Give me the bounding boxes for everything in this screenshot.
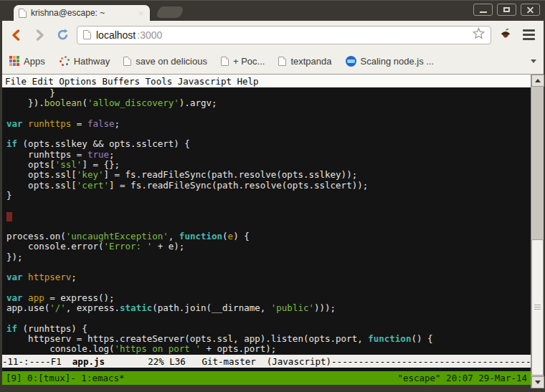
maximize-icon bbox=[503, 7, 510, 12]
code-line: } bbox=[6, 88, 531, 98]
menu-item-javascript[interactable]: Javascript bbox=[178, 76, 232, 87]
bookmark-item[interactable]: Apps bbox=[9, 56, 45, 67]
menu-item-edit[interactable]: Edit bbox=[32, 76, 54, 87]
code-line bbox=[6, 201, 531, 211]
browser-window: krishna@escape: ~ localhost:3000 bbox=[0, 0, 545, 392]
minimize-icon bbox=[480, 11, 487, 13]
code-line: }); bbox=[6, 252, 531, 262]
bookmark-item[interactable]: + Poc... bbox=[221, 56, 265, 67]
tab-title: krishna@escape: ~ bbox=[31, 8, 133, 18]
code-line bbox=[6, 283, 531, 293]
menu-item-help[interactable]: Help bbox=[237, 76, 259, 87]
browser-tab[interactable]: krishna@escape: ~ bbox=[13, 4, 151, 21]
bookmark-label: Hathway bbox=[74, 56, 110, 67]
page-favicon-icon bbox=[123, 57, 131, 66]
url-port: :3000 bbox=[137, 29, 162, 41]
new-tab-button[interactable] bbox=[156, 6, 184, 18]
code-line: httpserv = https.createServer(opts.ssl, … bbox=[6, 334, 531, 344]
browser-chrome: localhost:3000 AppsHathwaysave on delici… bbox=[2, 21, 544, 75]
bookmark-label: save on delicious bbox=[136, 56, 207, 67]
code-line: var app = express(); bbox=[6, 293, 531, 303]
code-line: runhttps = true; bbox=[6, 150, 531, 160]
page-favicon-icon bbox=[221, 57, 229, 66]
code-line bbox=[6, 129, 531, 139]
code-line: if (opts.sslkey && opts.sslcert) { bbox=[6, 139, 531, 149]
back-button[interactable] bbox=[8, 27, 25, 44]
code-line: console.log('https on port ' + opts.port… bbox=[6, 344, 531, 354]
acorn-icon bbox=[499, 27, 512, 42]
bookmark-label: + Poc... bbox=[233, 56, 265, 67]
bookmark-item[interactable]: Scaling node.js ... bbox=[346, 56, 435, 67]
modeline-flags: -11-:----F1 bbox=[2, 356, 72, 367]
bookmarks-overflow-chevron-icon[interactable] bbox=[531, 59, 536, 63]
code-line: var runhttps = false; bbox=[6, 119, 531, 129]
arrow-down-icon bbox=[535, 381, 541, 384]
forward-button[interactable] bbox=[31, 27, 48, 44]
arrow-up-icon bbox=[535, 79, 541, 82]
minimize-button[interactable] bbox=[473, 4, 493, 16]
code-line: if (runhttps) { bbox=[6, 324, 531, 334]
window-titlebar[interactable]: krishna@escape: ~ bbox=[0, 1, 545, 21]
tmux-session-clock: "escape" 20:07 29-Mar-14 bbox=[397, 373, 527, 383]
tab-favicon-icon bbox=[19, 9, 27, 18]
nodeface-favicon-icon bbox=[346, 56, 356, 67]
bookmark-item[interactable]: save on delicious bbox=[123, 56, 207, 67]
reload-button[interactable] bbox=[54, 27, 71, 44]
bookmark-label: Scaling node.js ... bbox=[361, 56, 435, 67]
apps-favicon-icon bbox=[9, 56, 19, 66]
bookmark-star-icon[interactable] bbox=[473, 27, 485, 42]
close-icon bbox=[526, 6, 534, 14]
url-bar[interactable]: localhost:3000 bbox=[77, 26, 491, 44]
extension-acorn-button[interactable] bbox=[497, 27, 514, 44]
code-line: var httpserv; bbox=[6, 272, 531, 282]
scroll-up-button[interactable] bbox=[531, 75, 544, 87]
scroll-down-button[interactable] bbox=[531, 376, 544, 388]
code-line bbox=[6, 314, 531, 324]
scrollbar-thumb[interactable] bbox=[531, 239, 544, 376]
hamburger-icon bbox=[523, 29, 535, 32]
menu-item-buffers[interactable]: Buffers bbox=[102, 76, 140, 87]
modeline-buffer-name: app.js bbox=[72, 356, 105, 367]
bookmark-item[interactable]: textpanda bbox=[278, 56, 331, 67]
modeline-dash-fill: ----------------------------------------… bbox=[331, 356, 531, 367]
code-line bbox=[6, 221, 531, 231]
code-line bbox=[6, 109, 531, 119]
code-line: opts.ssl['key'] = fs.readFileSync(path.r… bbox=[6, 170, 531, 180]
maximize-button[interactable] bbox=[497, 4, 516, 16]
code-line: console.error('Error: ' + e); bbox=[6, 242, 531, 252]
code-line: }).boolean('allow_discovery').argv; bbox=[6, 98, 531, 108]
menu-item-file[interactable]: File bbox=[5, 76, 27, 87]
page-favicon-icon bbox=[278, 57, 286, 66]
close-button[interactable] bbox=[521, 4, 540, 16]
bookmarks-list: AppsHathwaysave on delicious+ Poc...text… bbox=[9, 56, 434, 67]
url-host: localhost bbox=[96, 29, 136, 41]
page-icon bbox=[83, 30, 91, 39]
page-scrollbar[interactable] bbox=[531, 75, 544, 388]
window-controls bbox=[473, 4, 540, 16]
code-line: } bbox=[6, 191, 531, 201]
cursor-line bbox=[6, 211, 531, 221]
code-line: process.on('uncaughtException', function… bbox=[6, 231, 531, 242]
back-icon bbox=[10, 29, 23, 42]
hathway-favicon-icon bbox=[59, 56, 70, 67]
reload-icon bbox=[56, 28, 70, 42]
emacs-menubar: FileEditOptionsBuffersToolsJavascriptHel… bbox=[2, 75, 531, 87]
emacs-cursor bbox=[6, 212, 12, 221]
modeline-position: 22% L36 Git-master (Javascript) bbox=[105, 356, 331, 367]
menu-item-tools[interactable]: Tools bbox=[146, 76, 173, 87]
terminal-code-area[interactable]: } }).boolean('allow_discovery').argv;var… bbox=[2, 87, 531, 371]
code-line: app.use('/', express.static(path.join(__… bbox=[6, 303, 531, 313]
forward-icon bbox=[33, 29, 46, 42]
tmux-windows: [9] 0:[tmux]- 1:emacs* bbox=[6, 373, 125, 383]
bookmark-item[interactable]: Hathway bbox=[59, 56, 110, 67]
tab-close-icon[interactable] bbox=[138, 10, 144, 16]
code-line: opts['ssl'] = {}; bbox=[6, 160, 531, 170]
tmux-statusbar: [9] 0:[tmux]- 1:emacs* "escape" 20:07 29… bbox=[2, 371, 531, 385]
menu-button[interactable] bbox=[520, 29, 538, 40]
emacs-modeline: -11-:----F1 app.js 22% L36 Git-master (J… bbox=[2, 355, 531, 368]
bookmark-label: Apps bbox=[24, 56, 45, 67]
browser-toolbar: localhost:3000 bbox=[2, 21, 544, 49]
bookmark-label: textpanda bbox=[290, 56, 331, 67]
code-line: opts.ssl['cert'] = fs.readFileSync(path.… bbox=[6, 181, 531, 191]
menu-item-options[interactable]: Options bbox=[59, 76, 97, 87]
